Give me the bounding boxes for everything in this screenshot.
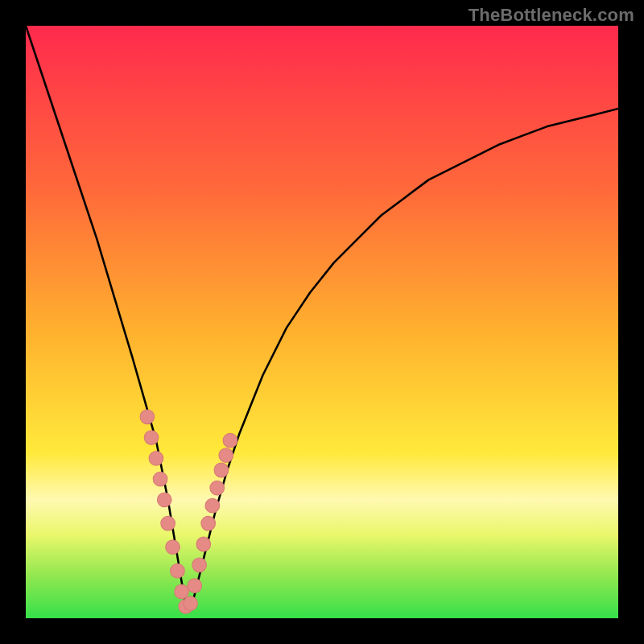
marker-dot — [184, 597, 198, 611]
marker-dot — [188, 579, 202, 593]
marker-dot — [214, 463, 229, 477]
marker-dot — [171, 564, 185, 578]
marker-dot — [153, 472, 167, 486]
marker-dot — [140, 410, 155, 424]
marker-dot — [166, 540, 180, 555]
marker-dot — [149, 451, 163, 465]
plot-area — [26, 26, 618, 618]
marker-dot — [223, 433, 237, 448]
marker-dot — [205, 498, 220, 513]
marker-dot — [175, 584, 189, 599]
marker-dot — [144, 431, 159, 445]
watermark-text: TheBottleneck.com — [469, 5, 634, 26]
marker-dot — [196, 537, 211, 551]
marker-dot — [157, 493, 171, 507]
marker-dot — [192, 558, 207, 572]
marker-dot — [161, 516, 175, 530]
marker-dot — [219, 448, 233, 463]
plot-svg — [26, 26, 618, 618]
marker-dot — [201, 516, 216, 530]
gradient-background — [26, 26, 618, 618]
chart-frame: TheBottleneck.com — [0, 0, 644, 644]
marker-dot — [210, 481, 225, 495]
